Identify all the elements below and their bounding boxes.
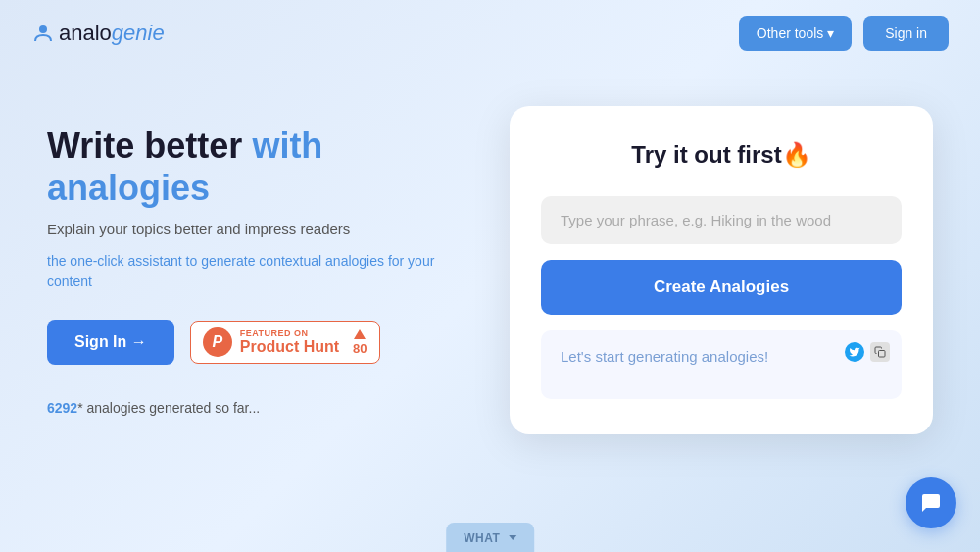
logo-icon [31, 22, 55, 45]
product-hunt-score: 80 [353, 329, 367, 356]
what-tab-label: WHAT [464, 531, 500, 545]
logo-text: analogenie [59, 21, 165, 46]
headline-part1: Write better [47, 125, 252, 166]
svg-point-0 [39, 25, 47, 33]
card-title: Try it out first🔥 [541, 141, 902, 169]
product-hunt-badge[interactable]: P FEATURED ON Product Hunt 80 [190, 321, 380, 364]
stats-suffix: * analogies generated so far... [77, 400, 260, 416]
chevron-down-icon [509, 535, 516, 540]
output-area: Let's start generating analogies! [541, 330, 902, 399]
product-hunt-logo: P [203, 327, 232, 357]
output-icons [845, 342, 890, 362]
left-side: Write better with analogies Explain your… [47, 125, 470, 416]
try-it-card: Try it out first🔥 Create Analogies [510, 106, 933, 434]
stats-number: 6292 [47, 400, 77, 416]
twitter-share-icon[interactable] [845, 342, 864, 362]
phrase-input[interactable] [541, 196, 902, 244]
headline: Write better with analogies [47, 125, 470, 209]
header: analogenie Other tools ▾ Sign in [0, 0, 980, 67]
sign-in-header-button[interactable]: Sign in [863, 16, 949, 51]
logo-analo: analo [59, 21, 112, 45]
right-side: Try it out first🔥 Create Analogies [510, 106, 933, 434]
other-tools-button[interactable]: Other tools ▾ [739, 16, 852, 51]
svg-rect-1 [879, 351, 886, 358]
subtitle: Explain your topics better and impress r… [47, 221, 470, 237]
logo-genie: genie [112, 21, 165, 45]
copy-icon[interactable] [870, 342, 890, 362]
chat-bubble-button[interactable] [906, 477, 956, 528]
sign-in-main-button[interactable]: Sign In → [47, 320, 174, 365]
create-analogies-button[interactable]: Create Analogies [541, 260, 902, 315]
tagline: the one-click assistant to generate cont… [47, 251, 470, 292]
header-right: Other tools ▾ Sign in [739, 16, 949, 51]
main-content: Write better with analogies Explain your… [0, 67, 980, 454]
ph-number: 80 [353, 341, 367, 356]
ph-name: Product Hunt [240, 338, 339, 356]
what-tab[interactable]: WHAT [446, 523, 534, 552]
logo: analogenie [31, 21, 165, 46]
stats-text: 6292* analogies generated so far... [47, 400, 470, 416]
ph-featured-label: FEATURED ON [240, 328, 339, 338]
cta-row: Sign In → P FEATURED ON Product Hunt 80 [47, 320, 470, 365]
product-hunt-text: FEATURED ON Product Hunt [240, 328, 339, 356]
chat-icon [919, 491, 943, 515]
output-placeholder: Let's start generating analogies! [561, 348, 882, 365]
ph-triangle-icon [354, 329, 366, 339]
